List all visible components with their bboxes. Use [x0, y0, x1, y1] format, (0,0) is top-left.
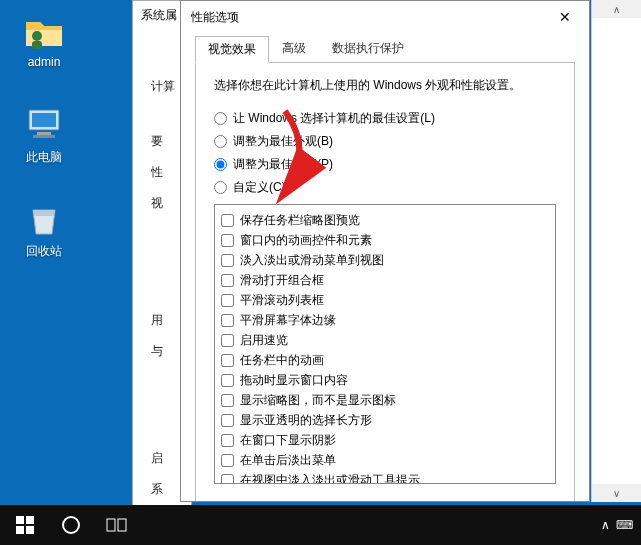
cortana-search-button[interactable]: [48, 505, 94, 545]
effect-checkbox-label: 淡入淡出或滑动菜单到视图: [240, 251, 384, 269]
effect-checkbox-label: 滑动打开组合框: [240, 271, 324, 289]
svg-rect-9: [26, 526, 34, 534]
effect-checkbox[interactable]: [221, 394, 234, 407]
radio-label: 自定义(C):: [233, 179, 289, 196]
svg-point-10: [63, 517, 79, 533]
svg-point-0: [32, 31, 42, 41]
tab-strip: 视觉效果 高级 数据执行保护: [195, 35, 575, 62]
effect-checkbox[interactable]: [221, 454, 234, 467]
effect-checkbox[interactable]: [221, 334, 234, 347]
radio-group: 让 Windows 选择计算机的最佳设置(L) 调整为最佳外观(B) 调整为最佳…: [214, 110, 556, 196]
svg-rect-11: [107, 519, 115, 531]
radio-input[interactable]: [214, 112, 227, 125]
tab-page-visual: 选择你想在此计算机上使用的 Windows 外观和性能设置。 让 Windows…: [195, 62, 575, 501]
effect-checkbox-label: 任务栏中的动画: [240, 351, 324, 369]
back-row: 性: [151, 164, 183, 181]
effect-checkbox-label: 在单击后淡出菜单: [240, 451, 336, 469]
desktop-icon-admin[interactable]: admin: [8, 10, 80, 69]
radio-label: 调整为最佳外观(B): [233, 133, 333, 150]
effect-checkbox-row[interactable]: 在窗口下显示阴影: [221, 431, 549, 449]
effect-checkbox-row[interactable]: 显示亚透明的选择长方形: [221, 411, 549, 429]
scroll-up[interactable]: ∧: [592, 0, 641, 18]
start-button[interactable]: [2, 505, 48, 545]
effect-checkbox-row[interactable]: 任务栏中的动画: [221, 351, 549, 369]
svg-rect-5: [33, 135, 55, 138]
tab-dep[interactable]: 数据执行保护: [319, 35, 417, 62]
taskview-icon: [106, 517, 128, 533]
back-row: 用: [151, 312, 183, 329]
effect-checkbox-row[interactable]: 显示缩略图，而不是显示图标: [221, 391, 549, 409]
effect-checkbox-label: 保存任务栏缩略图预览: [240, 211, 360, 229]
radio-input[interactable]: [214, 181, 227, 194]
effect-checkbox-label: 平滑屏幕字体边缘: [240, 311, 336, 329]
effect-checkbox[interactable]: [221, 414, 234, 427]
scroll-down[interactable]: ∨: [592, 484, 641, 502]
svg-rect-4: [37, 132, 51, 135]
effect-checkbox-label: 平滑滚动列表框: [240, 291, 324, 309]
back-row: 启: [151, 450, 183, 467]
circle-icon: [61, 515, 81, 535]
effect-checkbox[interactable]: [221, 254, 234, 267]
radio-custom[interactable]: 自定义(C):: [214, 179, 556, 196]
radio-best-performance[interactable]: 调整为最佳性能(P): [214, 156, 556, 173]
effect-checkbox[interactable]: [221, 314, 234, 327]
effect-checkbox-row[interactable]: 窗口内的动画控件和元素: [221, 231, 549, 249]
effects-checklist[interactable]: 保存任务栏缩略图预览窗口内的动画控件和元素淡入淡出或滑动菜单到视图滑动打开组合框…: [214, 204, 556, 484]
tab-label: 数据执行保护: [332, 41, 404, 55]
effect-checkbox-row[interactable]: 启用速览: [221, 331, 549, 349]
background-scroll-area: ∧ ∨: [591, 0, 641, 502]
back-row: 要: [151, 133, 183, 150]
desktop-icon-label: 回收站: [8, 243, 80, 260]
recycle-icon: [23, 198, 65, 240]
back-tab-label: 计算: [151, 78, 183, 95]
effect-checkbox-row[interactable]: 滑动打开组合框: [221, 271, 549, 289]
effect-checkbox-row[interactable]: 拖动时显示窗口内容: [221, 371, 549, 389]
tab-label: 视觉效果: [208, 42, 256, 56]
task-view-button[interactable]: [94, 505, 140, 545]
desktop-icon-label: admin: [8, 55, 80, 69]
tray-chevron-up-icon[interactable]: ∧: [601, 518, 610, 532]
svg-rect-8: [16, 526, 24, 534]
intro-text: 选择你想在此计算机上使用的 Windows 外观和性能设置。: [214, 77, 556, 94]
effect-checkbox[interactable]: [221, 474, 234, 485]
close-button[interactable]: ✕: [545, 3, 585, 31]
tab-advanced[interactable]: 高级: [269, 35, 319, 62]
effect-checkbox[interactable]: [221, 234, 234, 247]
effect-checkbox-row[interactable]: 保存任务栏缩略图预览: [221, 211, 549, 229]
thispc-icon: [23, 104, 65, 146]
effect-checkbox[interactable]: [221, 294, 234, 307]
effect-checkbox-row[interactable]: 在单击后淡出菜单: [221, 451, 549, 469]
effect-checkbox[interactable]: [221, 274, 234, 287]
radio-input[interactable]: [214, 158, 227, 171]
dialog-title: 性能选项: [191, 9, 545, 26]
close-icon: ✕: [559, 9, 571, 25]
effect-checkbox[interactable]: [221, 354, 234, 367]
effect-checkbox[interactable]: [221, 214, 234, 227]
tab-visual-effects[interactable]: 视觉效果: [195, 36, 269, 63]
svg-rect-6: [16, 516, 24, 524]
effect-checkbox[interactable]: [221, 374, 234, 387]
radio-label: 让 Windows 选择计算机的最佳设置(L): [233, 110, 435, 127]
dialog-titlebar[interactable]: 性能选项 ✕: [181, 1, 589, 33]
desktop-icon-label: 此电脑: [8, 149, 80, 166]
effect-checkbox-label: 在窗口下显示阴影: [240, 431, 336, 449]
effect-checkbox-row[interactable]: 平滑屏幕字体边缘: [221, 311, 549, 329]
effect-checkbox-row[interactable]: 在视图中淡入淡出或滑动工具提示: [221, 471, 549, 484]
svg-rect-12: [118, 519, 126, 531]
svg-rect-3: [32, 113, 56, 127]
effect-checkbox-label: 显示亚透明的选择长方形: [240, 411, 372, 429]
effect-checkbox[interactable]: [221, 434, 234, 447]
radio-input[interactable]: [214, 135, 227, 148]
effect-checkbox-row[interactable]: 平滑滚动列表框: [221, 291, 549, 309]
desktop-icon-recycle[interactable]: 回收站: [8, 198, 80, 260]
effect-checkbox-label: 拖动时显示窗口内容: [240, 371, 348, 389]
radio-best-appearance[interactable]: 调整为最佳外观(B): [214, 133, 556, 150]
desktop-icon-thispc[interactable]: 此电脑: [8, 104, 80, 166]
back-row: 与: [151, 343, 183, 360]
back-row: 视: [151, 195, 183, 212]
effect-checkbox-row[interactable]: 淡入淡出或滑动菜单到视图: [221, 251, 549, 269]
back-row: 系: [151, 481, 183, 498]
tray-ime-icon[interactable]: ⌨: [616, 518, 633, 532]
taskbar: ∧ ⌨: [0, 505, 641, 545]
radio-let-windows-choose[interactable]: 让 Windows 选择计算机的最佳设置(L): [214, 110, 556, 127]
